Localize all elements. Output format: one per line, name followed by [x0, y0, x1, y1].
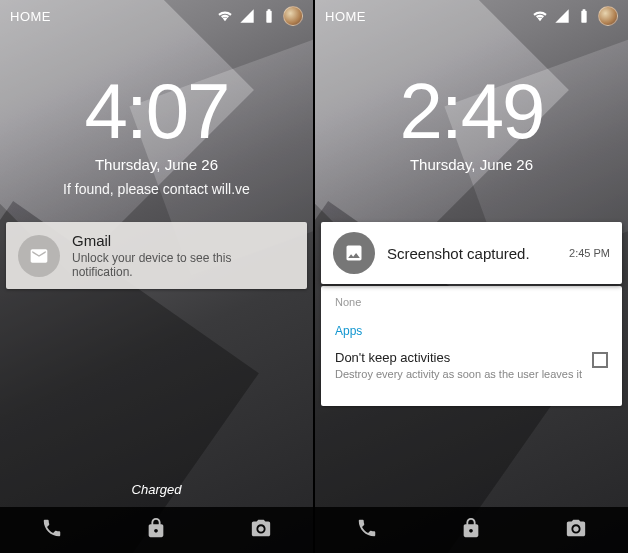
- gmail-icon: [18, 235, 60, 277]
- status-home-label: HOME: [325, 9, 366, 24]
- notification-card[interactable]: Gmail Unlock your device to see this not…: [6, 222, 307, 289]
- lock-icon[interactable]: [145, 517, 167, 543]
- wifi-icon: [217, 8, 233, 24]
- battery-icon: [261, 8, 277, 24]
- notification-subtitle: Unlock your device to see this notificat…: [72, 251, 295, 279]
- camera-icon[interactable]: [250, 517, 272, 543]
- status-home-label: HOME: [10, 9, 51, 24]
- battery-status: Charged: [0, 482, 313, 497]
- clock-block: 2:49 Thursday, June 26: [315, 72, 628, 173]
- checkbox-unchecked[interactable]: [592, 352, 608, 368]
- notification-text: Screenshot captured.: [387, 245, 557, 262]
- clock-block: 4:07 Thursday, June 26 If found, please …: [0, 72, 313, 197]
- notification-title: Gmail: [72, 232, 295, 249]
- phone-icon[interactable]: [356, 517, 378, 543]
- notification-title: Screenshot captured.: [387, 245, 557, 262]
- lockscreen-right: HOME 2:49 Thursday, June 26 Screenshot c…: [315, 0, 628, 553]
- signal-icon: [554, 8, 570, 24]
- image-icon: [333, 232, 375, 274]
- status-bar: HOME: [0, 0, 313, 32]
- notification-card[interactable]: Screenshot captured. 2:45 PM: [321, 222, 622, 284]
- notification-text: Gmail Unlock your device to see this not…: [72, 232, 295, 279]
- panel-item-subtitle: Destroy every activity as soon as the us…: [335, 367, 582, 381]
- lock-icon[interactable]: [460, 517, 482, 543]
- camera-icon[interactable]: [565, 517, 587, 543]
- signal-icon: [239, 8, 255, 24]
- status-icons: [217, 6, 303, 26]
- wifi-icon: [532, 8, 548, 24]
- clock-time: 2:49: [315, 72, 628, 150]
- panel-item-dont-keep-activities[interactable]: Don't keep activities Destroy every acti…: [335, 350, 608, 381]
- notification-time: 2:45 PM: [569, 247, 610, 259]
- panel-none-label: None: [335, 296, 608, 308]
- settings-panel: None Apps Don't keep activities Destroy …: [321, 286, 622, 406]
- clock-time: 4:07: [0, 72, 313, 150]
- profile-avatar[interactable]: [283, 6, 303, 26]
- bottom-shortcuts: [315, 507, 628, 553]
- profile-avatar[interactable]: [598, 6, 618, 26]
- clock-date: Thursday, June 26: [315, 156, 628, 173]
- status-bar: HOME: [315, 0, 628, 32]
- clock-date: Thursday, June 26: [0, 156, 313, 173]
- battery-icon: [576, 8, 592, 24]
- phone-icon[interactable]: [41, 517, 63, 543]
- panel-section-header: Apps: [335, 324, 608, 338]
- lockscreen-left: HOME 4:07 Thursday, June 26 If found, pl…: [0, 0, 313, 553]
- status-icons: [532, 6, 618, 26]
- owner-info: If found, please contact will.ve: [0, 181, 313, 197]
- bottom-shortcuts: [0, 507, 313, 553]
- panel-item-title: Don't keep activities: [335, 350, 582, 365]
